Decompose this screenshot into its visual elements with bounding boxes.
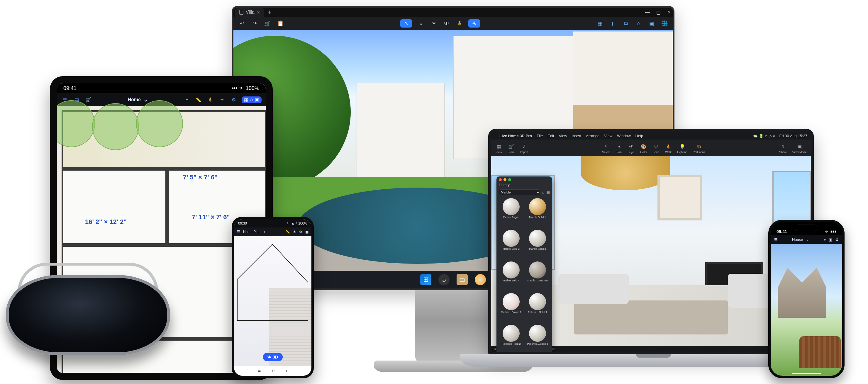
mac-3d-viewport[interactable]: Library Marble ⌕ ▦ Marble PirgonMarble S… bbox=[491, 156, 811, 346]
menu-view2[interactable]: View bbox=[604, 134, 612, 138]
toolbar-walk-button[interactable]: 🧍Walk bbox=[665, 143, 672, 154]
toolbar-eye-button[interactable]: 👁Eye bbox=[628, 143, 635, 154]
material-filter-select[interactable]: Marble bbox=[499, 189, 540, 195]
iphone-title-button[interactable]: House ⌄ bbox=[792, 237, 809, 242]
toolbar-color-button[interactable]: 🎨Color bbox=[640, 143, 647, 154]
view-mode-toggle[interactable]: ▦ ⌂ ▣ bbox=[242, 96, 261, 103]
library-panel[interactable]: Library Marble ⌕ ▦ Marble PirgonMarble S… bbox=[496, 177, 552, 355]
menubar-status-icons[interactable]: ⛅ 🔋 ᯤ ⌕ ⌘ bbox=[753, 134, 774, 138]
person-icon[interactable]: 🧍 bbox=[207, 97, 214, 103]
new-tab-button[interactable]: + bbox=[268, 8, 271, 16]
house-icon[interactable]: ⌂ bbox=[634, 19, 643, 28]
menubar-datetime[interactable]: Fri 30 Aug 15:27 bbox=[779, 134, 807, 138]
add-icon[interactable]: + bbox=[264, 230, 266, 234]
material-swatch[interactable]: Marble Solid 3 bbox=[525, 230, 550, 261]
maximize-button[interactable]: ▢ bbox=[656, 10, 661, 15]
sun-icon[interactable]: ☀ bbox=[293, 230, 296, 234]
minimize-icon[interactable] bbox=[503, 178, 506, 181]
home-indicator[interactable] bbox=[792, 373, 821, 374]
windows-document-tab[interactable]: Villa × bbox=[235, 8, 264, 17]
toolbar-viewmode-button[interactable]: ▣View Mode bbox=[792, 143, 807, 154]
material-swatch[interactable]: Marble Solid 2 bbox=[498, 230, 524, 261]
material-swatch[interactable]: Marble…o Brown bbox=[525, 261, 550, 292]
sun-icon[interactable]: ☀ bbox=[468, 19, 480, 28]
toolbar-fan-button[interactable]: ✶Fan bbox=[616, 143, 623, 154]
toolbar-love-button[interactable]: ♡Love bbox=[652, 143, 659, 154]
ruler-icon[interactable]: 📏 bbox=[195, 97, 202, 103]
android-elevation-viewport[interactable]: 👁 3D bbox=[234, 236, 311, 366]
view-3d-fab[interactable]: 👁 3D bbox=[263, 353, 283, 361]
person-icon[interactable]: 🧍 bbox=[456, 19, 464, 28]
shapes-icon[interactable]: ✶ bbox=[430, 19, 438, 28]
add-icon[interactable]: + bbox=[824, 237, 826, 242]
material-swatch[interactable]: Polished…Solid 3 bbox=[525, 325, 550, 355]
material-swatch[interactable]: Marble…Brown 2 bbox=[498, 293, 524, 324]
menu-file[interactable]: File bbox=[537, 134, 543, 138]
view-icon[interactable]: ▣ bbox=[305, 230, 309, 234]
windows-titlebar: Villa × + — ▢ ✕ bbox=[234, 8, 673, 17]
ruler-icon[interactable]: 📏 bbox=[286, 230, 290, 234]
elevation-icon[interactable]: ⫿ bbox=[609, 19, 617, 28]
material-preview-icon bbox=[529, 325, 546, 342]
grid-icon[interactable]: ▦ bbox=[546, 190, 550, 195]
view-iso-icon[interactable]: ⌂ bbox=[250, 97, 253, 103]
gear-icon[interactable]: ⚙ bbox=[299, 230, 302, 234]
toolbar-store-button[interactable]: 🛒Store bbox=[507, 143, 515, 154]
eye-icon[interactable]: 👁 bbox=[442, 19, 451, 28]
nav-home-icon[interactable]: ○ bbox=[272, 368, 275, 374]
material-swatch[interactable]: Marble Pirgon bbox=[498, 198, 524, 229]
toolbar-import-button[interactable]: ⇩Import bbox=[520, 143, 528, 154]
paste-icon[interactable]: 📋 bbox=[276, 19, 284, 28]
world-icon[interactable]: 🌐 bbox=[660, 19, 669, 28]
toolbar-select-button[interactable]: ↖Select bbox=[602, 143, 610, 154]
view-icon[interactable]: ▣ bbox=[829, 237, 832, 242]
sun-icon[interactable]: ☀ bbox=[218, 97, 226, 103]
material-swatch[interactable]: Polished…olid 2 bbox=[498, 325, 524, 355]
measure-icon[interactable]: ⟐ bbox=[417, 19, 425, 28]
search-icon[interactable]: ⌕ bbox=[542, 190, 545, 195]
material-name: Marble Solid 4 bbox=[503, 279, 520, 282]
app-name[interactable]: Live Home 3D Pro bbox=[499, 134, 532, 138]
cube-icon[interactable]: ▣ bbox=[648, 19, 656, 28]
menu-window[interactable]: Window bbox=[617, 134, 630, 138]
cart-icon[interactable]: 🛒 bbox=[85, 97, 92, 103]
menu-help[interactable]: Help bbox=[636, 134, 643, 138]
toolbar-collisions-button[interactable]: ⧉Collisions bbox=[693, 143, 705, 154]
plan2d-icon[interactable]: ▦ bbox=[596, 19, 604, 28]
add-icon[interactable]: + bbox=[183, 97, 191, 102]
material-swatch[interactable]: Marble Solid 1 bbox=[525, 198, 550, 229]
toolbar-share-button[interactable]: ⇪Share bbox=[779, 143, 787, 154]
close-tab-icon[interactable]: × bbox=[257, 9, 260, 15]
menu-arrange[interactable]: Arrange bbox=[586, 134, 599, 138]
material-swatch[interactable]: Polishe…Solid 1 bbox=[525, 293, 550, 324]
gear-icon[interactable]: ⚙ bbox=[835, 237, 839, 242]
view-2d-icon[interactable]: ▦ bbox=[244, 97, 248, 103]
zoom-icon[interactable] bbox=[508, 178, 511, 181]
minimize-button[interactable]: — bbox=[645, 10, 650, 15]
iphone-3d-viewport[interactable] bbox=[771, 244, 842, 376]
menu-insert[interactable]: Insert bbox=[572, 134, 582, 138]
toolbar-view-button[interactable]: ▦View bbox=[495, 143, 502, 154]
nav-back-icon[interactable]: ‹ bbox=[286, 368, 287, 374]
section-icon[interactable]: ⧉ bbox=[622, 19, 630, 28]
cart-icon[interactable]: 🛒 bbox=[264, 19, 272, 28]
menu-icon[interactable]: ☰ bbox=[774, 237, 778, 242]
pointer-tool-icon[interactable]: ↖ bbox=[400, 19, 412, 28]
plan-title[interactable]: Home Plan bbox=[243, 230, 260, 234]
menu-edit[interactable]: Edit bbox=[548, 134, 554, 138]
material-swatch[interactable]: Marble Solid 4 bbox=[498, 261, 524, 292]
view-3d-icon[interactable]: ▣ bbox=[255, 97, 259, 103]
redo-icon[interactable]: ↷ bbox=[250, 19, 259, 28]
windows-start-icon[interactable]: ⊞ bbox=[420, 274, 431, 285]
nav-recent-icon[interactable]: ≡ bbox=[258, 368, 261, 374]
close-window-button[interactable]: ✕ bbox=[667, 10, 671, 15]
undo-icon[interactable]: ↶ bbox=[238, 19, 246, 28]
panel-title: Library bbox=[496, 183, 552, 188]
taskbar-search-icon[interactable]: ⌕ bbox=[438, 274, 450, 285]
menu-view[interactable]: View bbox=[559, 134, 567, 138]
gear-icon[interactable]: ⚙ bbox=[230, 97, 238, 103]
toolbar-lighting-button[interactable]: 💡Lighting bbox=[677, 143, 687, 154]
close-icon[interactable] bbox=[499, 178, 502, 181]
ipad-title-button[interactable]: Home ⌄ bbox=[128, 97, 147, 103]
menu-icon[interactable]: ☰ bbox=[237, 230, 240, 234]
